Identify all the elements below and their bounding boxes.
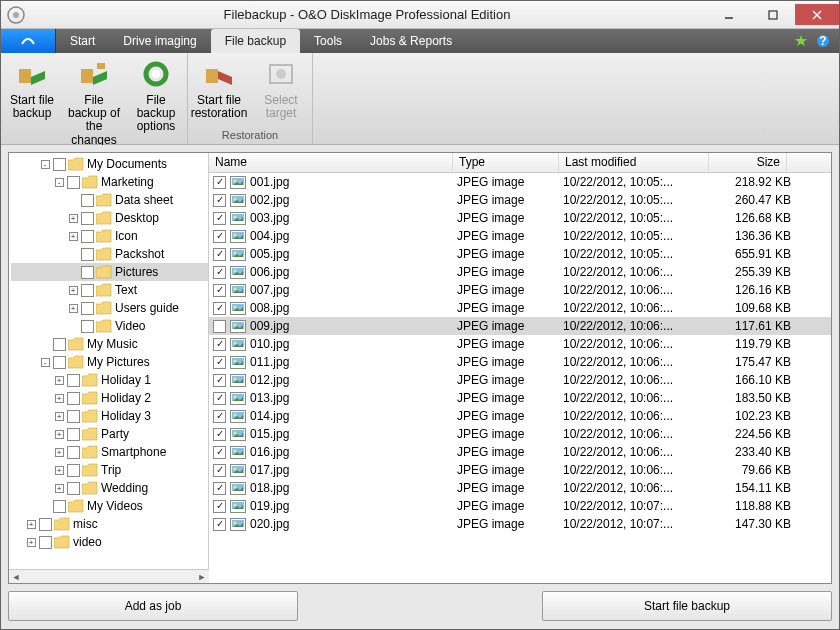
file-row[interactable]: 016.jpgJPEG image10/22/2012, 10:06:...23… (209, 443, 831, 461)
menu-tab-jobs-reports[interactable]: Jobs & Reports (356, 29, 466, 53)
expand-icon[interactable]: + (69, 232, 78, 241)
menu-tab-start[interactable]: Start (56, 29, 109, 53)
file-checkbox[interactable] (213, 338, 226, 351)
tree-item-checkbox[interactable] (53, 500, 66, 513)
tree-item-users-guide[interactable]: +Users guide (11, 299, 208, 317)
file-row[interactable]: 010.jpgJPEG image10/22/2012, 10:06:...11… (209, 335, 831, 353)
column-header-type[interactable]: Type (453, 153, 559, 172)
help-icon[interactable]: ? (815, 33, 831, 49)
star-plus-icon[interactable] (793, 33, 809, 49)
minimize-button[interactable] (707, 4, 751, 25)
tree-item-my-documents[interactable]: -My Documents (11, 155, 208, 173)
tree-item-icon[interactable]: +Icon (11, 227, 208, 245)
expand-icon[interactable]: + (55, 466, 64, 475)
tree-item-video[interactable]: Video (11, 317, 208, 335)
expand-icon[interactable]: + (55, 484, 64, 493)
expand-icon[interactable]: + (55, 412, 64, 421)
file-checkbox[interactable] (213, 464, 226, 477)
expand-icon[interactable]: + (69, 304, 78, 313)
maximize-button[interactable] (751, 4, 795, 25)
tree-item-checkbox[interactable] (67, 374, 80, 387)
menu-tab-file-backup[interactable]: File backup (211, 29, 300, 53)
file-checkbox[interactable] (213, 248, 226, 261)
collapse-icon[interactable]: - (41, 358, 50, 367)
file-row[interactable]: 014.jpgJPEG image10/22/2012, 10:06:...10… (209, 407, 831, 425)
file-checkbox[interactable] (213, 284, 226, 297)
add-as-job-button[interactable]: Add as job (8, 591, 298, 621)
tree-item-my-videos[interactable]: My Videos (11, 497, 208, 515)
tree-item-checkbox[interactable] (53, 338, 66, 351)
file-row[interactable]: 002.jpgJPEG image10/22/2012, 10:05:...26… (209, 191, 831, 209)
tree-item-checkbox[interactable] (67, 176, 80, 189)
tree-item-checkbox[interactable] (53, 158, 66, 171)
menu-tab-tools[interactable]: Tools (300, 29, 356, 53)
expand-icon[interactable]: + (69, 286, 78, 295)
tree-item-holiday-2[interactable]: +Holiday 2 (11, 389, 208, 407)
expand-icon[interactable]: + (27, 520, 36, 529)
tree-item-checkbox[interactable] (67, 464, 80, 477)
tree-item-checkbox[interactable] (39, 536, 52, 549)
tree-item-holiday-3[interactable]: +Holiday 3 (11, 407, 208, 425)
tree-item-checkbox[interactable] (67, 446, 80, 459)
tree-item-data-sheet[interactable]: Data sheet (11, 191, 208, 209)
expand-icon[interactable]: + (69, 214, 78, 223)
tree-item-smartphone[interactable]: +Smartphone (11, 443, 208, 461)
expand-icon[interactable]: + (55, 448, 64, 457)
file-checkbox[interactable] (213, 428, 226, 441)
file-checkbox[interactable] (213, 176, 226, 189)
tree-item-checkbox[interactable] (67, 428, 80, 441)
file-checkbox[interactable] (213, 266, 226, 279)
file-row[interactable]: 019.jpgJPEG image10/22/2012, 10:07:...11… (209, 497, 831, 515)
column-header-modified[interactable]: Last modified (559, 153, 709, 172)
scroll-left-icon[interactable]: ◄ (9, 572, 23, 582)
tree-item-party[interactable]: +Party (11, 425, 208, 443)
file-checkbox[interactable] (213, 302, 226, 315)
expand-icon[interactable]: + (55, 376, 64, 385)
tree-item-misc[interactable]: +misc (11, 515, 208, 533)
tree-item-checkbox[interactable] (81, 302, 94, 315)
start-file-backup-button[interactable]: Start file backup (542, 591, 832, 621)
file-checkbox[interactable] (213, 356, 226, 369)
file-row[interactable]: 008.jpgJPEG image10/22/2012, 10:06:...10… (209, 299, 831, 317)
file-row[interactable]: 004.jpgJPEG image10/22/2012, 10:05:...13… (209, 227, 831, 245)
file-row[interactable]: 011.jpgJPEG image10/22/2012, 10:06:...17… (209, 353, 831, 371)
file-row[interactable]: 018.jpgJPEG image10/22/2012, 10:06:...15… (209, 479, 831, 497)
tree-item-checkbox[interactable] (67, 410, 80, 423)
tree-item-holiday-1[interactable]: +Holiday 1 (11, 371, 208, 389)
ribbon-start-file-restoration-button[interactable]: Start file restoration (188, 53, 250, 128)
ribbon-start-file-backup-button[interactable]: Start file backup (1, 53, 63, 147)
scroll-right-icon[interactable]: ► (195, 572, 209, 582)
file-checkbox[interactable] (213, 410, 226, 423)
file-row[interactable]: 013.jpgJPEG image10/22/2012, 10:06:...18… (209, 389, 831, 407)
tree-item-pictures[interactable]: Pictures (11, 263, 208, 281)
column-header-size[interactable]: Size (709, 153, 787, 172)
file-list-headers[interactable]: Name Type Last modified Size (209, 153, 831, 173)
file-row[interactable]: 009.jpgJPEG image10/22/2012, 10:06:...11… (209, 317, 831, 335)
tree-item-trip[interactable]: +Trip (11, 461, 208, 479)
tree-item-my-pictures[interactable]: -My Pictures (11, 353, 208, 371)
ribbon-file-backup-of-the-changes-button[interactable]: File backup of the changes (63, 53, 125, 147)
tree-item-checkbox[interactable] (81, 230, 94, 243)
file-checkbox[interactable] (213, 392, 226, 405)
file-row[interactable]: 007.jpgJPEG image10/22/2012, 10:06:...12… (209, 281, 831, 299)
expand-icon[interactable]: + (55, 430, 64, 439)
tree-item-checkbox[interactable] (81, 266, 94, 279)
file-checkbox[interactable] (213, 320, 226, 333)
tree-item-checkbox[interactable] (81, 284, 94, 297)
file-row[interactable]: 020.jpgJPEG image10/22/2012, 10:07:...14… (209, 515, 831, 533)
tree-item-checkbox[interactable] (53, 356, 66, 369)
file-row[interactable]: 005.jpgJPEG image10/22/2012, 10:05:...65… (209, 245, 831, 263)
tree-item-video[interactable]: +video (11, 533, 208, 551)
collapse-icon[interactable]: - (41, 160, 50, 169)
tree-item-my-music[interactable]: My Music (11, 335, 208, 353)
file-checkbox[interactable] (213, 482, 226, 495)
tree-item-desktop[interactable]: +Desktop (11, 209, 208, 227)
file-checkbox[interactable] (213, 374, 226, 387)
close-button[interactable] (795, 4, 839, 25)
tree-item-checkbox[interactable] (67, 482, 80, 495)
tree-item-checkbox[interactable] (81, 212, 94, 225)
file-checkbox[interactable] (213, 194, 226, 207)
tree-item-wedding[interactable]: +Wedding (11, 479, 208, 497)
file-checkbox[interactable] (213, 518, 226, 531)
file-checkbox[interactable] (213, 212, 226, 225)
